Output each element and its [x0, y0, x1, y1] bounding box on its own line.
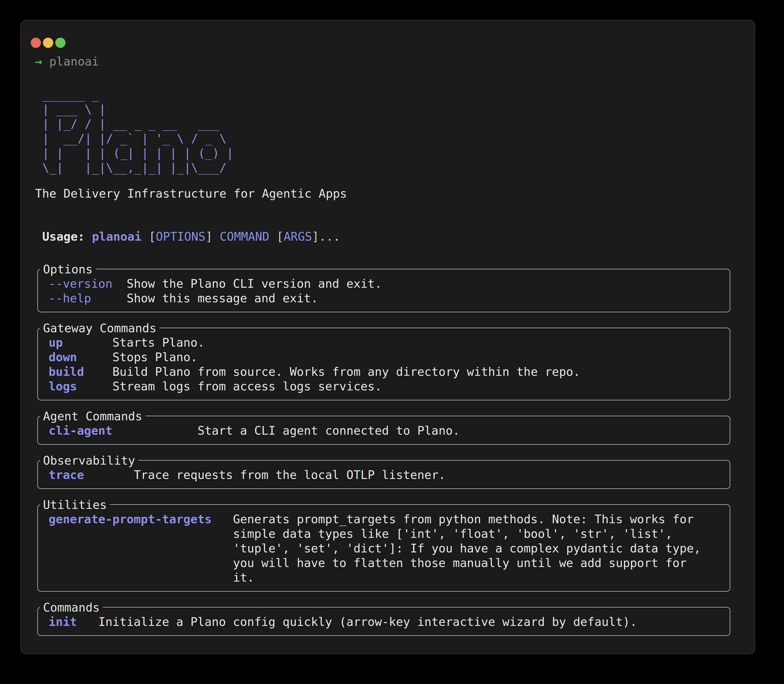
panel-title: Utilities [40, 498, 110, 512]
panel-options: Options--versionShow the Plano CLI versi… [37, 269, 730, 312]
command-name: --help [48, 291, 127, 306]
command-name: build [48, 365, 112, 379]
command-description: Stream logs from access logs services. [112, 379, 382, 394]
usage-args-metavar: [ARGS]... [276, 230, 340, 244]
title-bar [21, 21, 755, 48]
maximize-button-icon[interactable] [55, 38, 66, 48]
command-name: up [48, 336, 112, 350]
tagline: The Delivery Infrastructure for Agentic … [35, 186, 730, 201]
command-description: Show the Plano CLI version and exit. [127, 276, 382, 291]
typed-command: planoai [49, 55, 99, 68]
usage-app-name: planoai [92, 230, 142, 244]
prompt-spacer [42, 55, 49, 68]
panel-title: Gateway Commands [40, 321, 160, 336]
usage-label: Usage: [42, 230, 85, 244]
command-description: Build Plano from source. Works from any … [112, 365, 580, 379]
plano-ascii-logo: ______ _ | ___ \ | | |_/ / | __ _ _ __ _… [35, 87, 730, 175]
usage-options-metavar: [OPTIONS] [149, 230, 213, 244]
panel-commands: CommandsinitInitialize a Plano config qu… [37, 607, 730, 636]
command-row: --helpShow this message and exit. [48, 291, 718, 306]
command-name: down [48, 350, 112, 365]
command-name: --version [48, 276, 127, 291]
command-name: trace [48, 468, 134, 482]
panel-observability: ObservabilitytraceTrace requests from th… [37, 460, 730, 489]
close-button-icon[interactable] [31, 38, 41, 48]
command-description: Start a CLI agent connected to Plano. [198, 423, 460, 438]
usage-line: Usage:planoai[OPTIONS]COMMAND[ARGS]... [35, 229, 730, 244]
minimize-button-icon[interactable] [43, 38, 53, 48]
prompt-arrow-icon: → [35, 55, 42, 68]
panel-title: Agent Commands [40, 409, 145, 423]
panel-utilities: Utilitiesgenerate-prompt-targetsGenerats… [37, 504, 730, 592]
help-panels: Options--versionShow the Plano CLI versi… [35, 269, 730, 636]
command-description: Initialize a Plano config quickly (arrow… [98, 615, 637, 629]
command-row: downStops Plano. [48, 350, 718, 365]
command-row: cli-agentStart a CLI agent connected to … [48, 423, 718, 438]
panel-gateway-commands: Gateway CommandsupStarts Plano.downStops… [37, 327, 730, 400]
panel-agent-commands: Agent Commandscli-agentStart a CLI agent… [37, 416, 730, 445]
command-row: logsStream logs from access logs service… [48, 379, 718, 394]
command-row: --versionShow the Plano CLI version and … [48, 276, 718, 291]
command-name: logs [48, 379, 112, 394]
terminal-window: → planoai ______ _ | ___ \ | | |_/ / | _… [21, 20, 755, 654]
terminal-content: → planoai ______ _ | ___ \ | | |_/ / | _… [21, 54, 755, 636]
command-row: upStarts Plano. [48, 336, 718, 350]
usage-ellipsis: ... [319, 230, 340, 244]
panel-title: Commands [40, 600, 103, 615]
command-row: generate-prompt-targetsGenerats prompt_t… [48, 512, 718, 585]
command-row: initInitialize a Plano config quickly (a… [48, 615, 718, 629]
command-description: Show this message and exit. [127, 291, 318, 306]
command-row: buildBuild Plano from source. Works from… [48, 365, 718, 379]
command-description: Trace requests from the local OTLP liste… [134, 468, 445, 482]
command-row: traceTrace requests from the local OTLP … [48, 468, 718, 482]
command-name: init [48, 615, 98, 629]
command-name: cli-agent [48, 423, 198, 438]
panel-title: Options [40, 262, 96, 276]
panel-title: Observability [40, 453, 138, 468]
command-description: Starts Plano. [112, 336, 205, 350]
command-name: generate-prompt-targets [48, 512, 233, 527]
shell-prompt: → planoai [35, 54, 730, 69]
usage-command-metavar: COMMAND [219, 230, 269, 244]
command-description: Stops Plano. [112, 350, 197, 365]
command-description: Generats prompt_targets from python meth… [233, 512, 708, 585]
